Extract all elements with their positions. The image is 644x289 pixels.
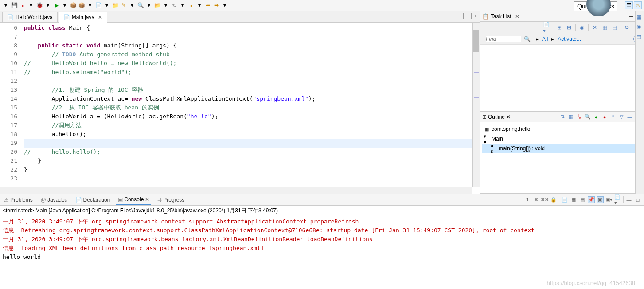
toolbar-icon[interactable]: ▾ [162, 2, 169, 9]
console-output[interactable]: 一月 31, 2020 3:49:07 下午 org.springframewo… [0, 216, 644, 289]
outline-tool-icon[interactable]: ▦ [567, 113, 574, 121]
toolbar-icon[interactable]: 📁 [112, 2, 119, 9]
find-input[interactable]: 🔍 [484, 35, 532, 43]
code-line[interactable]: public static void main(String[] args) { [24, 41, 480, 50]
toolbar-icon[interactable]: ✎ [120, 2, 127, 9]
task-icon[interactable]: ▤ [611, 24, 618, 31]
toolbar-icon[interactable]: 📦 [70, 2, 77, 9]
code-line[interactable]: } [24, 156, 480, 165]
toolbar-icon[interactable]: ▾ [145, 2, 152, 9]
task-icon[interactable]: ◉ [578, 24, 585, 31]
console-tool-icon[interactable]: ▦ [570, 196, 577, 203]
toolbar-icon[interactable]: ▾ [61, 2, 68, 9]
code-line[interactable]: // TODO Auto-generated method stub [24, 50, 480, 59]
outline-tool-icon[interactable]: ● [601, 113, 608, 121]
search-icon[interactable]: 🔍 [524, 36, 531, 42]
code-line[interactable]: a.hello(); [24, 130, 480, 139]
horizontal-scrollbar[interactable] [0, 187, 472, 194]
outline-tool-icon[interactable]: ⇅ [559, 113, 566, 121]
task-icon[interactable]: ⊟ [566, 24, 573, 31]
code-line[interactable] [24, 77, 480, 86]
toolbar-icon[interactable]: 📦 [78, 2, 85, 9]
strip-icon[interactable]: ◉ [636, 23, 644, 31]
code-line[interactable]: //调用方法 [24, 121, 480, 130]
code-line[interactable]: } [24, 165, 480, 174]
strip-icon[interactable]: ▦ [636, 14, 644, 21]
outline-tool-icon[interactable]: ⁱₐ [576, 113, 583, 121]
outline-item[interactable]: ▦com.spring.hello [482, 124, 642, 134]
minimize-icon[interactable]: ― [625, 196, 632, 203]
toolbar-icon[interactable]: ⬥ [19, 2, 26, 9]
toolbar-icon[interactable]: ▾ [27, 2, 35, 9]
task-icon[interactable]: ✕ [591, 24, 598, 31]
minimize-icon[interactable]: ― [626, 113, 633, 121]
editor-tab[interactable]: 📄HelloWorld.java [2, 12, 58, 22]
code-line[interactable]: // HelloWorld hello = new HelloWorld(); [24, 59, 480, 68]
console-tool-icon[interactable]: ▣▾ [605, 196, 613, 203]
toolbar-icon[interactable]: ⟲ [171, 2, 178, 9]
console-tool-icon[interactable]: 🔒 [550, 196, 557, 203]
toolbar-icon[interactable]: ▾ [44, 2, 51, 9]
minimize-icon[interactable]: ― [463, 13, 469, 19]
close-icon[interactable]: ✕ [506, 114, 511, 120]
close-icon[interactable]: ✕ [98, 14, 102, 20]
maximize-icon[interactable]: □ [634, 196, 641, 203]
console-tool-icon[interactable]: ▤ [579, 196, 586, 203]
chevron-right-icon[interactable]: ▸ [551, 36, 554, 42]
maximize-icon[interactable]: □ [471, 13, 477, 19]
perspective-icon[interactable]: ☰ [625, 1, 633, 9]
outline-tool-icon[interactable]: ᵒ [609, 113, 617, 121]
task-icon[interactable]: ⊞ [556, 24, 563, 31]
console-tool-icon[interactable]: 📄▾ [614, 196, 621, 203]
toolbar-icon[interactable]: ▾ [86, 2, 94, 9]
activate-link[interactable]: Activate... [558, 36, 581, 42]
run-icon[interactable]: ▶ [53, 2, 60, 9]
bottom-tab-problems[interactable]: ⚠Problems [2, 195, 35, 205]
outline-tool-icon[interactable]: ● [593, 113, 600, 121]
code-line[interactable]: // hello.setname("world"); [24, 68, 480, 77]
new-task-icon[interactable]: 📄▾ [543, 24, 550, 31]
code-line[interactable]: HelloWorld a = (HelloWorld) ac.getBean("… [24, 112, 480, 121]
all-link[interactable]: All [542, 36, 548, 42]
code-line[interactable]: ApplicationContext ac= new ClassPathXmlA… [24, 94, 480, 103]
remove-all-icon[interactable]: ✖✖ [541, 196, 548, 203]
close-icon[interactable]: ✕ [515, 13, 519, 20]
pin-icon[interactable]: 📌 [588, 196, 595, 203]
new-icon[interactable]: 📄 [95, 2, 102, 9]
outline-tool-icon[interactable]: 🔍 [584, 113, 591, 121]
toolbar-icon[interactable]: ▾ [2, 2, 9, 9]
toolbar-icon[interactable]: ⬥ [187, 2, 195, 9]
outline-item[interactable]: ▾ ●Main [482, 134, 642, 144]
sync-icon[interactable]: ⟳ [624, 24, 631, 31]
forward-icon[interactable]: ➡ [213, 2, 220, 9]
close-icon[interactable]: ✕ [145, 196, 149, 203]
task-icon[interactable]: ▦ [601, 24, 608, 31]
code-line[interactable] [24, 32, 480, 41]
toolbar-icon[interactable]: 📂 [154, 2, 161, 9]
strip-icon[interactable]: ▤ [636, 33, 644, 40]
outline-tree[interactable]: ▦com.spring.hello▾ ●Main● smain(String[]… [480, 122, 644, 193]
debug-icon[interactable]: 🐞 [36, 2, 43, 9]
code-line[interactable]: // hello.hello(); [24, 148, 480, 156]
toolbar-icon[interactable]: ▾ [221, 2, 228, 9]
toolbar-icon[interactable]: ▾ [196, 2, 203, 9]
bottom-tab-console[interactable]: ▣Console ✕ [116, 195, 151, 205]
remove-icon[interactable]: ✖ [532, 196, 539, 203]
bottom-tab-progress[interactable]: ⇉Progress [156, 195, 186, 205]
console-tool-icon[interactable]: ⬆ [523, 196, 531, 203]
java-perspective-icon[interactable]: ♨ [634, 1, 642, 9]
toolbar-icon[interactable]: ▾ [179, 2, 186, 9]
code-line[interactable] [24, 139, 480, 148]
code-line[interactable] [24, 174, 480, 183]
save-icon[interactable]: 💾 [11, 2, 18, 9]
chevron-right-icon[interactable]: ▸ [536, 36, 539, 42]
outline-item[interactable]: ● smain(String[]) : void [482, 144, 642, 153]
minimize-icon[interactable]: ― [628, 13, 634, 20]
toolbar-icon[interactable]: ▾ [129, 2, 136, 9]
bottom-tab-declaration[interactable]: 📄Declaration [74, 195, 112, 205]
toolbar-icon[interactable]: ▾ [103, 2, 110, 9]
bottom-tab-javadoc[interactable]: @Javadoc [39, 195, 69, 205]
console-tool-icon[interactable]: 📄 [561, 196, 568, 203]
code-line[interactable]: public class Main { [24, 23, 480, 32]
code-line[interactable]: //1. 创建 Spring 的 IOC 容器 [24, 86, 480, 94]
